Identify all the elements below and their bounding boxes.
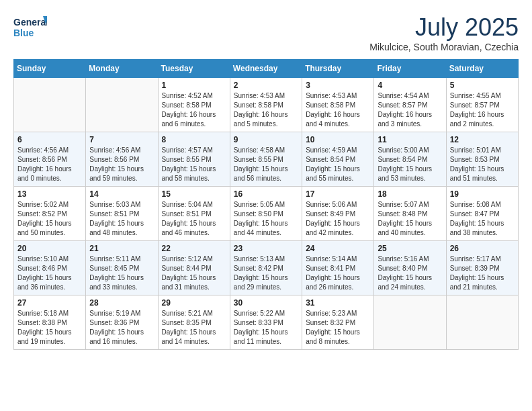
header-saturday: Saturday [446,60,518,78]
day-number: 28 [89,298,154,308]
calendar-cell: 30Sunrise: 5:22 AMSunset: 8:33 PMDayligh… [230,295,302,350]
day-number: 1 [162,81,226,90]
day-info: Sunrise: 5:19 AMSunset: 8:36 PMDaylight:… [89,309,154,347]
day-info: Sunrise: 5:08 AMSunset: 8:47 PMDaylight:… [450,200,515,238]
day-number: 27 [17,298,82,308]
day-number: 26 [450,244,515,253]
logo-svg: General Blue [13,13,47,43]
day-number: 15 [162,189,226,199]
day-number: 29 [162,298,226,308]
day-info: Sunrise: 5:16 AMSunset: 8:40 PMDaylight:… [378,255,442,292]
calendar-cell: 25Sunrise: 5:16 AMSunset: 8:40 PMDayligh… [374,241,446,295]
calendar-cell [446,295,518,350]
calendar-cell: 2Sunrise: 4:53 AMSunset: 8:58 PMDaylight… [230,78,302,132]
calendar-cell: 27Sunrise: 5:18 AMSunset: 8:38 PMDayligh… [14,295,86,350]
day-number: 14 [89,189,154,199]
day-info: Sunrise: 5:13 AMSunset: 8:42 PMDaylight:… [234,255,298,292]
calendar-cell: 24Sunrise: 5:14 AMSunset: 8:41 PMDayligh… [302,241,374,295]
calendar-cell: 9Sunrise: 4:58 AMSunset: 8:55 PMDaylight… [230,132,302,187]
day-number: 11 [378,135,442,144]
day-info: Sunrise: 5:22 AMSunset: 8:33 PMDaylight:… [234,309,298,347]
month-title: July 2025 [369,13,519,42]
day-info: Sunrise: 5:12 AMSunset: 8:44 PMDaylight:… [162,255,226,292]
calendar-cell: 28Sunrise: 5:19 AMSunset: 8:36 PMDayligh… [86,295,158,350]
day-info: Sunrise: 5:10 AMSunset: 8:46 PMDaylight:… [17,255,82,292]
calendar-cell: 21Sunrise: 5:11 AMSunset: 8:45 PMDayligh… [86,241,158,295]
day-number: 23 [234,244,298,253]
header-thursday: Thursday [302,60,374,78]
day-info: Sunrise: 4:58 AMSunset: 8:55 PMDaylight:… [234,146,298,183]
day-number: 19 [450,189,515,199]
calendar-cell: 16Sunrise: 5:05 AMSunset: 8:50 PMDayligh… [230,187,302,241]
day-number: 5 [450,81,515,90]
day-info: Sunrise: 5:05 AMSunset: 8:50 PMDaylight:… [234,200,298,238]
calendar-cell [86,78,158,132]
page-header: General Blue July 2025 Mikulcice, South … [13,13,519,52]
svg-text:Blue: Blue [13,28,34,38]
calendar-cell: 13Sunrise: 5:02 AMSunset: 8:52 PMDayligh… [14,187,86,241]
day-number: 3 [306,81,370,90]
week-row-1: 1Sunrise: 4:52 AMSunset: 8:58 PMDaylight… [14,78,519,132]
day-number: 13 [17,189,82,199]
week-row-3: 13Sunrise: 5:02 AMSunset: 8:52 PMDayligh… [14,187,519,241]
calendar-cell: 1Sunrise: 4:52 AMSunset: 8:58 PMDaylight… [158,78,230,132]
calendar-cell: 14Sunrise: 5:03 AMSunset: 8:51 PMDayligh… [86,187,158,241]
header-monday: Monday [86,60,158,78]
day-info: Sunrise: 4:57 AMSunset: 8:55 PMDaylight:… [162,146,226,183]
day-number: 17 [306,189,370,199]
day-info: Sunrise: 4:54 AMSunset: 8:57 PMDaylight:… [378,91,442,129]
day-info: Sunrise: 5:07 AMSunset: 8:48 PMDaylight:… [378,200,442,238]
header-wednesday: Wednesday [230,60,302,78]
calendar-cell: 10Sunrise: 4:59 AMSunset: 8:54 PMDayligh… [302,132,374,187]
calendar-cell: 5Sunrise: 4:55 AMSunset: 8:57 PMDaylight… [446,78,518,132]
logo: General Blue [13,13,47,43]
calendar-cell: 6Sunrise: 4:56 AMSunset: 8:56 PMDaylight… [14,132,86,187]
week-row-4: 20Sunrise: 5:10 AMSunset: 8:46 PMDayligh… [14,241,519,295]
day-info: Sunrise: 4:56 AMSunset: 8:56 PMDaylight:… [89,146,154,183]
day-number: 16 [234,189,298,199]
day-number: 8 [162,135,226,144]
day-info: Sunrise: 4:52 AMSunset: 8:58 PMDaylight:… [162,91,226,129]
day-info: Sunrise: 5:17 AMSunset: 8:39 PMDaylight:… [450,255,515,292]
calendar-cell: 11Sunrise: 5:00 AMSunset: 8:54 PMDayligh… [374,132,446,187]
calendar-cell: 12Sunrise: 5:01 AMSunset: 8:53 PMDayligh… [446,132,518,187]
day-info: Sunrise: 5:00 AMSunset: 8:54 PMDaylight:… [378,146,442,183]
day-info: Sunrise: 5:03 AMSunset: 8:51 PMDaylight:… [89,200,154,238]
day-info: Sunrise: 5:01 AMSunset: 8:53 PMDaylight:… [450,146,515,183]
calendar-cell [14,78,86,132]
day-info: Sunrise: 5:02 AMSunset: 8:52 PMDaylight:… [17,200,82,238]
calendar-cell: 18Sunrise: 5:07 AMSunset: 8:48 PMDayligh… [374,187,446,241]
weekday-header-row: Sunday Monday Tuesday Wednesday Thursday… [14,60,519,78]
location-subtitle: Mikulcice, South Moravian, Czechia [369,42,519,52]
day-number: 22 [162,244,226,253]
header-tuesday: Tuesday [158,60,230,78]
calendar-cell: 26Sunrise: 5:17 AMSunset: 8:39 PMDayligh… [446,241,518,295]
day-info: Sunrise: 5:21 AMSunset: 8:35 PMDaylight:… [162,309,226,347]
day-info: Sunrise: 4:53 AMSunset: 8:58 PMDaylight:… [234,91,298,129]
day-number: 25 [378,244,442,253]
calendar-cell: 8Sunrise: 4:57 AMSunset: 8:55 PMDaylight… [158,132,230,187]
calendar-cell: 17Sunrise: 5:06 AMSunset: 8:49 PMDayligh… [302,187,374,241]
day-number: 18 [378,189,442,199]
day-info: Sunrise: 4:59 AMSunset: 8:54 PMDaylight:… [306,146,370,183]
header-sunday: Sunday [14,60,86,78]
day-number: 6 [17,135,82,144]
calendar-cell: 29Sunrise: 5:21 AMSunset: 8:35 PMDayligh… [158,295,230,350]
day-info: Sunrise: 5:23 AMSunset: 8:32 PMDaylight:… [306,309,370,347]
title-block: July 2025 Mikulcice, South Moravian, Cze… [369,13,519,52]
day-info: Sunrise: 5:14 AMSunset: 8:41 PMDaylight:… [306,255,370,292]
header-friday: Friday [374,60,446,78]
day-info: Sunrise: 4:55 AMSunset: 8:57 PMDaylight:… [450,91,515,129]
day-info: Sunrise: 5:06 AMSunset: 8:49 PMDaylight:… [306,200,370,238]
calendar-cell: 22Sunrise: 5:12 AMSunset: 8:44 PMDayligh… [158,241,230,295]
calendar-cell: 4Sunrise: 4:54 AMSunset: 8:57 PMDaylight… [374,78,446,132]
day-number: 7 [89,135,154,144]
day-number: 2 [234,81,298,90]
day-number: 31 [306,298,370,308]
day-number: 24 [306,244,370,253]
day-number: 4 [378,81,442,90]
day-number: 12 [450,135,515,144]
day-info: Sunrise: 4:56 AMSunset: 8:56 PMDaylight:… [17,146,82,183]
day-info: Sunrise: 5:18 AMSunset: 8:38 PMDaylight:… [17,309,82,347]
calendar-cell: 7Sunrise: 4:56 AMSunset: 8:56 PMDaylight… [86,132,158,187]
